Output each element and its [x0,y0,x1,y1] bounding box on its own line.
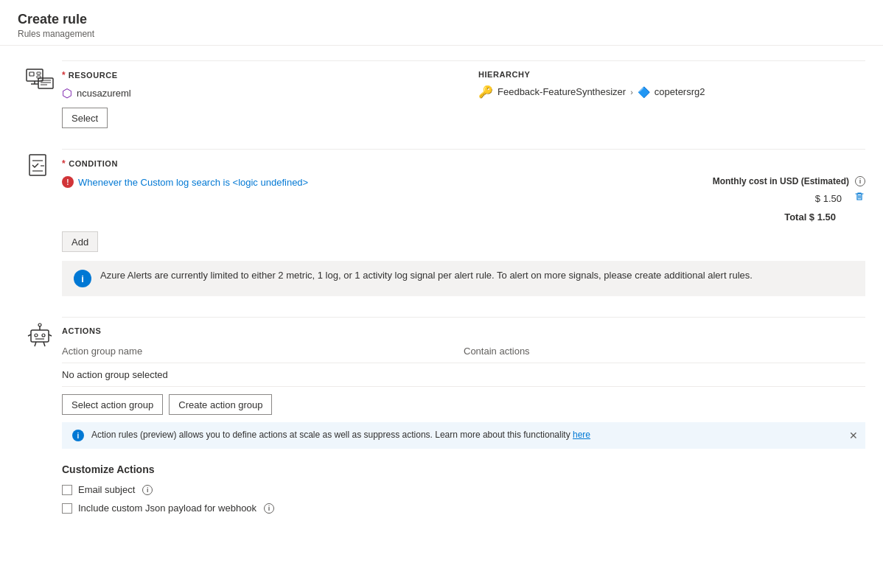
hierarchy-parent-icon: 🔑 [478,85,493,99]
condition-link[interactable]: ! Whenever the Custom log search is <log… [62,176,308,188]
hierarchy-label: HIERARCHY [478,70,865,79]
select-action-group-button[interactable]: Select action group [62,394,163,415]
required-star: * [62,70,66,80]
col-name-header: Action group name [62,346,464,357]
cost-value: $ 1.50 [815,193,842,204]
no-group-row: No action group selected [62,363,865,387]
email-subject-row: Email subject i [62,484,865,495]
cost-row: ! Whenever the Custom log search is <log… [62,176,865,206]
customize-title: Customize Actions [62,463,865,475]
resource-body: * RESOURCE ⬡ ncusazureml HIERARCHY 🔑 Fee… [62,60,865,128]
condition-link-col: ! Whenever the Custom log search is <log… [62,176,308,188]
json-payload-row: Include custom Json payload for webhook … [62,503,865,514]
condition-body: * CONDITION ! Whenever the Custom log se… [62,149,865,296]
condition-info-banner: i Azure Alerts are currently limited to … [62,261,865,296]
page-title: Create rule [18,12,865,27]
email-subject-checkbox[interactable] [62,485,72,495]
create-action-group-button[interactable]: Create action group [169,394,272,415]
svg-rect-6 [38,78,53,88]
page-subtitle: Rules management [18,29,865,39]
condition-icon [18,149,62,181]
actions-table: Action group name Contain actions No act… [62,343,865,387]
condition-label: * CONDITION [62,158,865,169]
hierarchy-value: 🔑 Feedback-FeatureSynthesizer › 🔷 copete… [478,85,865,99]
svg-rect-14 [31,330,49,342]
cost-total: Total $ 1.50 [62,211,836,223]
hierarchy-child-icon: 🔷 [638,86,650,98]
select-resource-button[interactable]: Select [62,108,108,128]
col-actions-header: Contain actions [464,346,865,357]
page-header: Create rule Rules management [0,0,883,46]
hierarchy-chevron: › [630,88,633,97]
svg-point-15 [35,334,38,337]
actions-label: ACTIONS [62,326,865,335]
svg-rect-0 [27,69,43,81]
action-buttons: Select action group Create action group [62,394,865,415]
cost-info-icon[interactable]: i [855,176,865,186]
condition-section: * CONDITION ! Whenever the Custom log se… [18,149,865,296]
action-rules-link[interactable]: here [573,430,590,440]
table-header: Action group name Contain actions [62,343,865,363]
resource-type-icon: ⬡ [62,86,72,100]
no-group-actions [464,369,865,380]
customize-section: Customize Actions Email subject i Includ… [62,463,865,514]
resource-value: ⬡ ncusazureml [62,86,449,100]
json-payload-checkbox[interactable] [62,503,72,514]
cost-col: Monthly cost in USD (Estimated) i $ 1.50 [629,176,865,206]
actions-body: ACTIONS Action group name Contain action… [62,317,865,521]
no-group-text: No action group selected [62,369,464,380]
svg-rect-2 [37,72,41,74]
resource-col: * RESOURCE ⬡ ncusazureml [62,70,449,100]
error-icon: ! [62,176,74,188]
actions-section: ACTIONS Action group name Contain action… [18,317,865,521]
actions-icon [18,317,62,349]
hierarchy-col: HIERARCHY 🔑 Feedback-FeatureSynthesizer … [478,70,865,100]
action-rules-info-banner: i Action rules (preview) allows you to d… [62,422,865,449]
svg-line-23 [43,342,45,346]
svg-point-16 [42,334,45,337]
json-payload-info-icon[interactable]: i [264,503,274,514]
svg-line-22 [35,342,36,346]
svg-rect-1 [29,72,34,76]
info-icon-large: i [74,270,91,287]
email-subject-info-icon[interactable]: i [142,485,153,495]
resource-label: * RESOURCE [62,70,449,80]
delete-condition-button[interactable] [854,191,865,206]
resource-section: * RESOURCE ⬡ ncusazureml HIERARCHY 🔑 Fee… [18,60,865,128]
close-info-banner-button[interactable]: ✕ [849,430,858,441]
add-condition-button[interactable]: Add [62,231,98,252]
info-icon-sm: i [72,430,84,441]
resource-icon [18,60,62,93]
